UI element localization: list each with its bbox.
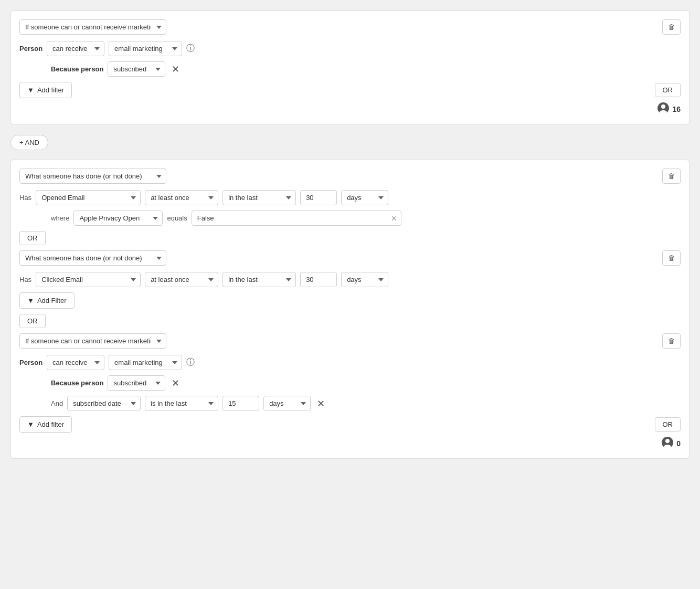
or-button-1[interactable]: OR xyxy=(655,83,681,97)
filter-group-2-header: What someone has done (or not done) 🗑 xyxy=(19,169,681,184)
count-1: 16 xyxy=(672,105,681,113)
add-filter-row-3: ▼ Add Filter xyxy=(19,292,681,309)
filter-subgroup-2: What someone has done (or not done) 🗑 Ha… xyxy=(19,169,681,226)
remove-because-1-button[interactable]: ✕ xyxy=(169,64,182,75)
because-row-1: Because person subscribed ✕ xyxy=(51,61,681,77)
has-row-2: Has Opened Email at least once in the la… xyxy=(19,190,681,205)
can-receive-select-1[interactable]: can receive xyxy=(47,41,104,56)
add-filter-4-label: Add filter xyxy=(37,420,64,428)
and-connector: + AND xyxy=(10,130,690,155)
is-in-the-last-select-4[interactable]: is in the last xyxy=(145,396,218,411)
or-divider-button-3-4[interactable]: OR xyxy=(19,314,46,328)
equals-value-wrap-2: ✕ xyxy=(192,211,401,226)
because-label-4: Because person xyxy=(51,379,103,387)
filter-footer-4: ▼ Add filter OR xyxy=(19,416,681,433)
condition-select-2[interactable]: What someone has done (or not done) xyxy=(19,169,166,184)
avatar-icon-1 xyxy=(657,102,669,115)
or-divider-button-2-3[interactable]: OR xyxy=(19,231,46,245)
or-divider-3-4: OR xyxy=(19,314,681,328)
because-label-1: Because person xyxy=(51,65,103,73)
filter-icon-3: ▼ xyxy=(27,297,34,304)
time-unit-select-4[interactable]: days xyxy=(263,396,311,411)
event-select-3[interactable]: Clicked Email xyxy=(36,272,141,287)
time-qualifier-select-2[interactable]: in the last xyxy=(222,190,296,205)
frequency-select-3[interactable]: at least once xyxy=(145,272,218,287)
filter-icon-1: ▼ xyxy=(27,86,34,94)
delete-group-1-button[interactable]: 🗑 xyxy=(662,19,681,35)
has-row-3: Has Clicked Email at least once in the l… xyxy=(19,272,681,287)
remove-and-row-4-button[interactable]: ✕ xyxy=(315,398,327,409)
and-label-4: And xyxy=(51,399,63,407)
or-group-container: What someone has done (or not done) 🗑 Ha… xyxy=(10,160,690,459)
delete-group-2-button[interactable]: 🗑 xyxy=(662,169,681,184)
time-value-input-3[interactable] xyxy=(300,272,337,287)
time-value-input-2[interactable] xyxy=(300,190,337,205)
count-4: 0 xyxy=(676,439,681,448)
subscribed-select-4[interactable]: subscribed xyxy=(108,375,165,391)
where-field-select-2[interactable]: Apple Privacy Open xyxy=(73,211,163,226)
person-row-1: Person can receive email marketing ⓘ xyxy=(19,41,681,56)
filter-group-1: If someone can or cannot receive marketi… xyxy=(10,10,690,124)
add-filter-3-button[interactable]: ▼ Add Filter xyxy=(19,292,75,309)
count-row-1: 16 xyxy=(19,102,681,115)
can-receive-select-4[interactable]: can receive xyxy=(47,355,104,370)
person-row-4: Person can receive email marketing ⓘ xyxy=(19,355,681,370)
time-unit-select-2[interactable]: days xyxy=(341,190,388,205)
delete-icon-3: 🗑 xyxy=(668,254,675,262)
delete-icon-2: 🗑 xyxy=(668,172,675,180)
marketing-type-select-4[interactable]: email marketing xyxy=(109,355,182,370)
person-label-4: Person xyxy=(19,359,43,366)
add-filter-4-button[interactable]: ▼ Add filter xyxy=(19,416,72,433)
event-select-2[interactable]: Opened Email xyxy=(36,190,141,205)
or-button-4[interactable]: OR xyxy=(655,417,681,432)
subscribed-select-1[interactable]: subscribed xyxy=(108,61,165,77)
add-filter-1-label: Add filter xyxy=(37,86,64,94)
has-label-2: Has xyxy=(19,194,31,202)
count-row-4: 0 xyxy=(19,437,681,450)
subscribed-date-select-4[interactable]: subscribed date xyxy=(67,396,141,411)
time-qualifier-select-3[interactable]: in the last xyxy=(222,272,296,287)
svg-point-1 xyxy=(661,104,665,109)
marketing-type-select-1[interactable]: email marketing xyxy=(109,41,182,56)
or-divider-2-3: OR xyxy=(19,231,681,245)
filter-group-4-header: If someone can or cannot receive marketi… xyxy=(19,333,681,349)
delete-group-4-button[interactable]: 🗑 xyxy=(662,333,681,349)
time-value-input-4[interactable] xyxy=(222,396,259,411)
equals-label-2: equals xyxy=(167,214,187,222)
clear-equals-value-2-button[interactable]: ✕ xyxy=(389,214,399,223)
because-row-4: Because person subscribed ✕ xyxy=(51,375,681,391)
time-unit-select-3[interactable]: days xyxy=(341,272,388,287)
has-label-3: Has xyxy=(19,276,31,283)
condition-select-3[interactable]: What someone has done (or not done) xyxy=(19,250,166,266)
filter-group-1-header: If someone can or cannot receive marketi… xyxy=(19,19,681,35)
and-row-4: And subscribed date is in the last days … xyxy=(51,396,681,411)
delete-icon: 🗑 xyxy=(668,23,675,31)
add-filter-1-button[interactable]: ▼ Add filter xyxy=(19,82,72,98)
avatar-icon-4 xyxy=(662,437,673,450)
frequency-select-2[interactable]: at least once xyxy=(145,190,218,205)
filter-icon-4: ▼ xyxy=(27,420,34,428)
delete-group-3-button[interactable]: 🗑 xyxy=(662,250,681,266)
filter-group-3-header: What someone has done (or not done) 🗑 xyxy=(19,250,681,266)
info-icon-1: ⓘ xyxy=(186,43,195,54)
filter-subgroup-4: If someone can or cannot receive marketi… xyxy=(19,333,681,450)
condition-select-1[interactable]: If someone can or cannot receive marketi… xyxy=(19,19,166,35)
person-label-1: Person xyxy=(19,45,43,52)
filter-footer-1: ▼ Add filter OR xyxy=(19,82,681,98)
info-icon-4: ⓘ xyxy=(186,357,195,368)
add-filter-3-label: Add Filter xyxy=(37,297,67,304)
remove-because-4-button[interactable]: ✕ xyxy=(169,377,182,389)
where-row-2: where Apple Privacy Open equals ✕ xyxy=(51,211,681,226)
delete-icon-4: 🗑 xyxy=(668,337,675,345)
and-button[interactable]: + AND xyxy=(10,135,48,150)
condition-select-4[interactable]: If someone can or cannot receive marketi… xyxy=(19,333,166,349)
svg-point-4 xyxy=(665,439,670,443)
filter-subgroup-3: What someone has done (or not done) 🗑 Ha… xyxy=(19,250,681,309)
equals-value-input-2[interactable] xyxy=(192,211,401,226)
where-label-2: where xyxy=(51,214,69,222)
